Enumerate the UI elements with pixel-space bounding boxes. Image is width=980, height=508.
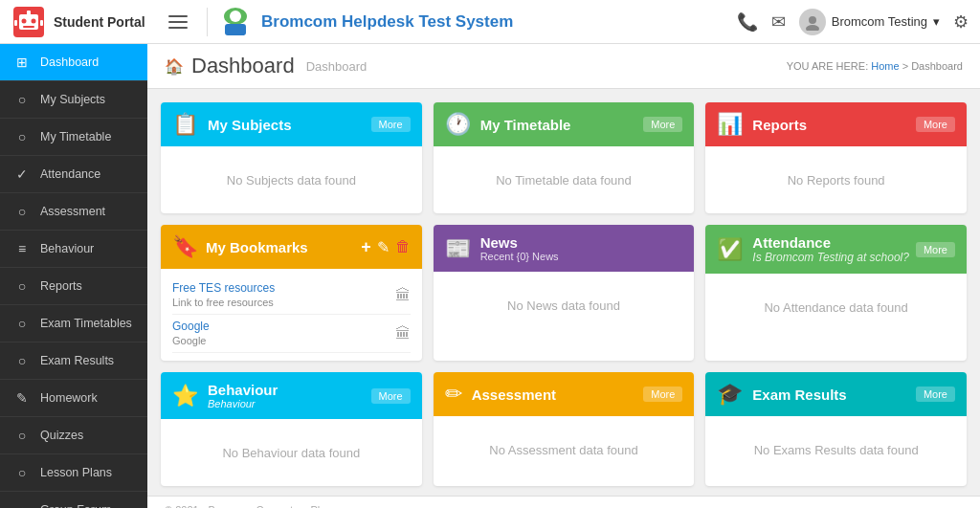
reports-more-button[interactable]: More bbox=[916, 117, 955, 132]
sidebar-item-lesson-plans[interactable]: ○ Lesson Plans bbox=[0, 454, 147, 492]
exam-results-more-button[interactable]: More bbox=[916, 387, 955, 402]
breadcrumb: YOU ARE HERE: Home > Dashboard bbox=[787, 60, 963, 72]
widget-title: Behaviour bbox=[208, 382, 278, 398]
svg-point-12 bbox=[806, 25, 819, 31]
widget-title-block: Behaviour Behaviour bbox=[208, 382, 278, 409]
sidebar-item-label: Dashboard bbox=[40, 55, 99, 69]
mail-icon[interactable]: ✉ bbox=[771, 11, 786, 33]
widget-header-assessment: ✏ Assessment More bbox=[434, 372, 695, 416]
subjects-widget-icon: 📋 bbox=[172, 112, 198, 137]
exam-timetables-icon: ○ bbox=[13, 315, 31, 332]
bookmark-link[interactable]: Free TES resources bbox=[172, 281, 275, 295]
list-item: Google Google 🏛 bbox=[172, 315, 411, 353]
widget-title-block: Attendance Is Bromcom Testing at school? bbox=[752, 234, 909, 264]
bookmarks-header-left: 🔖 My Bookmarks bbox=[172, 234, 308, 259]
page-header: 🏠 Dashboard Dashboard YOU ARE HERE: Home… bbox=[147, 44, 980, 89]
delete-bookmark-button[interactable]: 🗑 bbox=[395, 238, 411, 255]
assessment-more-button[interactable]: More bbox=[643, 387, 682, 402]
svg-rect-7 bbox=[40, 20, 43, 26]
widget-header-exam-results: 🎓 Exam Results More bbox=[705, 372, 967, 416]
sidebar-item-dashboard[interactable]: ⊞ Dashboard bbox=[0, 44, 147, 81]
sidebar-item-quizzes[interactable]: ○ Quizzes bbox=[0, 417, 147, 454]
behaviour-more-button[interactable]: More bbox=[371, 388, 411, 404]
widget-title: News bbox=[480, 234, 559, 251]
brand-title: Bromcom Helpdesk Test System bbox=[261, 12, 513, 32]
widget-body-news: No News data found bbox=[434, 272, 695, 339]
robot-icon bbox=[11, 5, 46, 39]
bookmarks-body: Free TES resources Link to free resource… bbox=[161, 269, 422, 361]
widget-title-block: Assessment bbox=[472, 387, 556, 403]
dashboard-grid: 📋 My Subjects More No Subjects data foun… bbox=[147, 89, 980, 496]
behaviour-empty-text: No Behaviour data found bbox=[222, 446, 360, 460]
svg-rect-5 bbox=[27, 11, 31, 15]
my-timetable-icon: ○ bbox=[13, 128, 31, 145]
user-menu[interactable]: Bromcom Testing ▾ bbox=[799, 9, 940, 35]
widget-body-attendance: No Attendance data found bbox=[705, 274, 967, 341]
sidebar-item-behaviour[interactable]: ≡ Behaviour bbox=[0, 231, 147, 268]
widget-body-my-timetable: No Timetable data found bbox=[434, 146, 695, 213]
reports-icon: ○ bbox=[13, 277, 31, 295]
sidebar-item-reports[interactable]: ○ Reports bbox=[0, 268, 147, 305]
widget-header-left: ✅ Attendance Is Bromcom Testing at schoo… bbox=[717, 234, 909, 264]
widget-title: Assessment bbox=[472, 387, 556, 403]
widget-header-left: 📊 Reports bbox=[717, 112, 807, 137]
sidebar-item-label: Assessment bbox=[40, 205, 105, 218]
sidebar-item-my-subjects[interactable]: ○ My Subjects bbox=[0, 81, 147, 119]
widget-title-block: Exam Results bbox=[752, 387, 846, 403]
sidebar: ⊞ Dashboard ○ My Subjects ○ My Timetable… bbox=[0, 44, 147, 508]
my-subjects-icon: ○ bbox=[13, 91, 31, 108]
add-bookmark-button[interactable]: + bbox=[361, 237, 371, 257]
gear-icon[interactable]: ⚙ bbox=[953, 11, 969, 33]
user-avatar bbox=[799, 9, 826, 35]
exam-results-widget-icon: 🎓 bbox=[717, 382, 743, 407]
news-empty-text: No News data found bbox=[507, 298, 620, 313]
breadcrumb-current: Dashboard bbox=[911, 60, 963, 72]
attendance-widget-icon: ✅ bbox=[717, 237, 743, 262]
reports-empty-text: No Reports found bbox=[788, 173, 885, 188]
my-subjects-more-button[interactable]: More bbox=[371, 117, 411, 132]
widget-header-behaviour: ⭐ Behaviour Behaviour More bbox=[161, 372, 422, 419]
widget-title: Exam Results bbox=[752, 387, 846, 403]
breadcrumb-home[interactable]: Home bbox=[871, 60, 899, 72]
widget-header-left: 🕐 My Timetable bbox=[445, 112, 571, 137]
widget-subtitle: Is Bromcom Testing at school? bbox=[752, 251, 909, 264]
topbar-divider bbox=[207, 8, 208, 36]
widget-reports: 📊 Reports More No Reports found bbox=[705, 102, 967, 213]
home-icon[interactable]: 🏠 bbox=[165, 57, 184, 76]
attendance-empty-text: No Attendance data found bbox=[764, 300, 907, 315]
quizzes-icon: ○ bbox=[13, 427, 31, 444]
my-timetable-more-button[interactable]: More bbox=[643, 117, 682, 132]
sidebar-item-assessment[interactable]: ○ Assessment bbox=[0, 193, 147, 231]
widget-subtitle: Recent {0} News bbox=[480, 251, 559, 262]
sidebar-item-exam-timetables[interactable]: ○ Exam Timetables bbox=[0, 305, 147, 342]
sidebar-item-my-timetable[interactable]: ○ My Timetable bbox=[0, 119, 147, 156]
hamburger-menu[interactable] bbox=[168, 15, 188, 29]
sidebar-item-homework[interactable]: ✎ Homework bbox=[0, 380, 147, 417]
user-name: Bromcom Testing bbox=[832, 14, 927, 29]
reports-widget-icon: 📊 bbox=[717, 112, 743, 137]
attendance-more-button[interactable]: More bbox=[916, 242, 955, 257]
sidebar-item-exam-results[interactable]: ○ Exam Results bbox=[0, 342, 147, 380]
sidebar-item-label: Reports bbox=[40, 279, 82, 293]
footer-text: © 2021 - Bromcom Computers Plc bbox=[165, 504, 325, 508]
sidebar-item-attendance[interactable]: ✓ Attendance bbox=[0, 156, 147, 193]
widget-header-my-timetable: 🕐 My Timetable More bbox=[434, 102, 695, 146]
sidebar-item-label: My Subjects bbox=[40, 93, 105, 106]
widget-my-subjects: 📋 My Subjects More No Subjects data foun… bbox=[161, 102, 422, 213]
news-widget-icon: 📰 bbox=[445, 236, 471, 261]
sidebar-item-group-forum[interactable]: ○ Group Forum bbox=[0, 492, 147, 508]
edit-bookmark-button[interactable]: ✎ bbox=[377, 238, 390, 256]
brand-section: Bromcom Helpdesk Test System bbox=[217, 7, 737, 37]
breadcrumb-separator: > bbox=[902, 60, 908, 72]
topbar: Student Portal Bromcom Helpdesk Test Sys… bbox=[0, 0, 980, 44]
bookmark-building-icon2: 🏛 bbox=[395, 325, 411, 342]
widget-header-attendance: ✅ Attendance Is Bromcom Testing at schoo… bbox=[705, 225, 967, 274]
svg-rect-10 bbox=[225, 24, 246, 35]
sidebar-item-label: Exam Results bbox=[40, 354, 114, 367]
widget-body-reports: No Reports found bbox=[705, 146, 967, 213]
phone-icon[interactable]: 📞 bbox=[737, 11, 758, 33]
bookmark-link[interactable]: Google bbox=[172, 320, 210, 333]
sidebar-item-label: Quizzes bbox=[40, 429, 83, 442]
widget-my-bookmarks: 🔖 My Bookmarks + ✎ 🗑 Free TES resources … bbox=[161, 225, 422, 361]
widget-title: Reports bbox=[752, 117, 807, 133]
